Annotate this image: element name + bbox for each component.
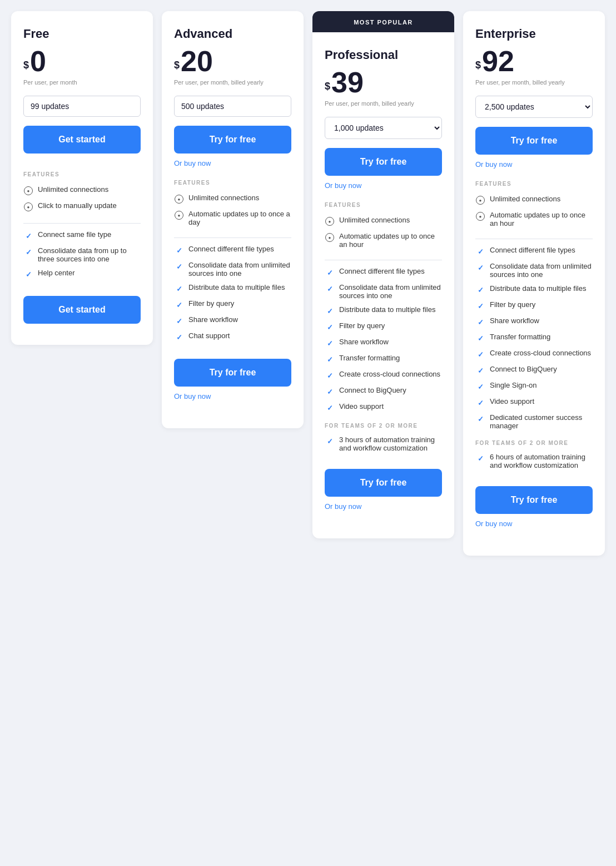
or-buy-now-bottom-link[interactable]: Or buy now (325, 502, 442, 511)
circle-icon: ● (23, 202, 33, 212)
check-icon: ✓ (325, 284, 335, 294)
check-icon: ✓ (475, 317, 485, 327)
plan-free: Free$0Per user, per monthGet startedFEAT… (11, 11, 153, 345)
check-icon: ✓ (325, 268, 335, 278)
team-feature-text: 6 hours of automation training and workf… (490, 453, 593, 469)
feature-item: ●Unlimited connections (325, 216, 442, 226)
feature-text: Share workflow (490, 316, 539, 325)
or-buy-now-link[interactable]: Or buy now (475, 160, 593, 169)
checkmark-icon: ✓ (26, 248, 32, 256)
checkmark-icon: ✓ (327, 372, 333, 380)
checkmark-icon: ✓ (176, 301, 182, 309)
enterprise-bottom-button[interactable]: Try for free (475, 486, 593, 514)
updates-selector[interactable]: 2,500 updates5,000 updates10,000 updates (475, 96, 593, 118)
feature-divider (23, 223, 141, 224)
free-top-button[interactable]: Get started (23, 126, 141, 154)
checkmark-icon: ✓ (327, 323, 333, 331)
feature-item: ✓Transfer formatting (475, 333, 593, 343)
checkmark-icon: ✓ (176, 333, 182, 342)
checkmark-icon: ✓ (327, 307, 333, 315)
feature-text: Dedicated customer success manager (490, 413, 593, 430)
feature-text: Create cross-cloud connections (490, 349, 591, 357)
professional-bottom-button[interactable]: Try for free (325, 469, 442, 497)
check-icon: ✓ (325, 436, 335, 446)
professional-top-button[interactable]: Try for free (325, 148, 442, 176)
price-row: $39 (325, 68, 442, 97)
advanced-top-button[interactable]: Try for free (174, 126, 291, 154)
or-buy-now-link[interactable]: Or buy now (174, 159, 291, 167)
feature-text: Single Sign-on (490, 381, 537, 389)
check-icon: ✓ (174, 245, 184, 255)
feature-item: ●Unlimited connections (23, 185, 141, 196)
feature-item: ✓Video support (325, 402, 442, 413)
feature-item: ✓Consolidate data from unlimited sources… (475, 262, 593, 279)
checkmark-icon: ✓ (176, 263, 182, 271)
price-dollar: $ (23, 60, 29, 71)
feature-text: Chat support (188, 331, 230, 340)
circle-icon: ● (23, 186, 33, 196)
team-feature-item: ✓6 hours of automation training and work… (475, 453, 593, 469)
pricing-grid: Free$0Per user, per monthGet startedFEAT… (11, 11, 605, 556)
check-icon: ✓ (475, 453, 485, 463)
advanced-bottom-button[interactable]: Try for free (174, 359, 291, 387)
or-buy-now-bottom-link[interactable]: Or buy now (174, 392, 291, 400)
plan-name: Enterprise (475, 27, 593, 41)
team-feature-text: 3 hours of automation training and workf… (339, 436, 442, 452)
plan-card-free: Free$0Per user, per monthGet startedFEAT… (11, 11, 153, 345)
circle-bullet-icon: ● (24, 202, 33, 211)
checkmark-icon: ✓ (478, 318, 484, 326)
checkmark-icon: ✓ (176, 317, 182, 325)
circle-icon: ● (475, 211, 485, 221)
feature-item: ●Click to manually update (23, 201, 141, 212)
updates-input[interactable] (174, 96, 291, 117)
plan-name: Professional (325, 48, 442, 62)
check-icon: ✓ (475, 414, 485, 424)
features-label: FEATURES (174, 180, 291, 186)
checkmark-icon: ✓ (478, 415, 484, 423)
feature-text: Consolidate data from unlimited sources … (339, 283, 442, 300)
price-note: Per user, per month, billed yearly (325, 100, 442, 107)
feature-text: Share workflow (339, 338, 389, 346)
check-icon: ✓ (325, 338, 335, 348)
enterprise-top-button[interactable]: Try for free (475, 127, 593, 155)
circle-bullet-icon: ● (175, 211, 183, 220)
feature-item: ✓Help center (23, 269, 141, 279)
feature-text: Unlimited connections (339, 216, 410, 224)
checkmark-icon: ✓ (478, 399, 484, 407)
checkmark-icon: ✓ (327, 437, 333, 446)
updates-input[interactable] (23, 96, 141, 117)
price-row: $20 (174, 47, 291, 76)
bottom-btn-section: Try for freeOr buy now (475, 475, 593, 540)
check-icon: ✓ (325, 322, 335, 332)
free-bottom-button[interactable]: Get started (23, 296, 141, 324)
feature-item: ✓Distribute data to multiple files (174, 283, 291, 294)
feature-item: ✓Share workflow (475, 316, 593, 327)
or-buy-now-bottom-link[interactable]: Or buy now (475, 519, 593, 528)
check-icon: ✓ (325, 403, 335, 413)
plan-enterprise: Enterprise$92Per user, per month, billed… (463, 11, 605, 556)
checkmark-icon: ✓ (327, 355, 333, 364)
or-buy-now-link[interactable]: Or buy now (325, 181, 442, 190)
feature-item: ●Unlimited connections (475, 195, 593, 205)
plan-name: Advanced (174, 27, 291, 41)
price-row: $92 (475, 47, 593, 76)
price-amount: 92 (482, 47, 514, 76)
circle-icon: ● (325, 216, 335, 226)
check-icon: ✓ (23, 231, 33, 241)
feature-item: ✓Connect different file types (325, 267, 442, 278)
circle-icon: ● (174, 194, 184, 204)
feature-text: Connect to BigQuery (490, 365, 557, 373)
updates-selector[interactable]: 1,000 updates2,000 updates5,000 updates (325, 117, 442, 139)
circle-bullet-icon: ● (325, 217, 334, 226)
checkmark-icon: ✓ (478, 248, 484, 256)
feature-text: Filter by query (339, 321, 385, 330)
checkmark-icon: ✓ (327, 388, 333, 396)
feature-item: ✓Consolidate data from unlimited sources… (174, 261, 291, 278)
features-label: FEATURES (23, 171, 141, 177)
price-note: Per user, per month, billed yearly (475, 79, 593, 86)
checkmark-icon: ✓ (478, 302, 484, 310)
feature-item: ✓Share workflow (174, 315, 291, 326)
for-teams-label: FOR TEAMS OF 2 OR MORE (325, 423, 442, 429)
feature-text: Video support (339, 402, 384, 410)
feature-item: ●Unlimited connections (174, 194, 291, 204)
